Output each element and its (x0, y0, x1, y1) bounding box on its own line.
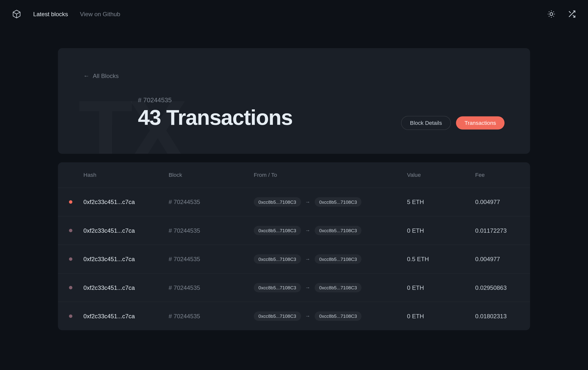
breadcrumb-all-blocks[interactable]: ← All Blocks (84, 72, 119, 79)
status-indicator (58, 229, 83, 232)
table-row[interactable]: 0xf2c33c451...c7ca # 70244535 0xcc8b5...… (58, 217, 530, 245)
tx-fromto: 0xcc8b5...7108C3 → 0xcc8b5...7108C3 (254, 197, 407, 207)
tx-value: 0.5 ETH (407, 256, 475, 263)
to-address[interactable]: 0xcc8b5...7108C3 (315, 254, 362, 264)
tx-hash[interactable]: 0xf2c33c451...c7ca (84, 284, 169, 291)
tx-fromto: 0xcc8b5...7108C3 → 0xcc8b5...7108C3 (254, 311, 407, 321)
logo-icon[interactable] (12, 9, 21, 18)
to-address[interactable]: 0xcc8b5...7108C3 (315, 226, 362, 235)
svg-line-7 (549, 16, 549, 16)
svg-line-4 (553, 16, 554, 16)
hero-content: # 70244535 43 Transactions Block Details… (84, 96, 505, 130)
tx-fee: 0.01172273 (475, 227, 517, 234)
svg-point-0 (550, 13, 553, 15)
tx-fee: 0.01802313 (475, 313, 517, 320)
status-indicator (58, 257, 83, 261)
from-address[interactable]: 0xcc8b5...7108C3 (254, 226, 301, 235)
from-address[interactable]: 0xcc8b5...7108C3 (254, 254, 301, 264)
tx-block[interactable]: # 70244535 (169, 284, 254, 291)
nav-links: Latest blocks View on Github (33, 11, 120, 17)
tx-fee: 0.004977 (475, 256, 517, 263)
tx-block[interactable]: # 70244535 (169, 199, 254, 205)
hero-text: # 70244535 43 Transactions (138, 96, 293, 130)
arrow-right-icon: → (305, 313, 310, 319)
tx-value: 0 ETH (407, 284, 475, 291)
status-dot-icon (69, 229, 73, 232)
svg-line-8 (553, 11, 554, 12)
tx-hash[interactable]: 0xf2c33c451...c7ca (84, 199, 169, 205)
status-dot-icon (69, 200, 73, 204)
tx-hash[interactable]: 0xf2c33c451...c7ca (84, 227, 169, 234)
table-row[interactable]: 0xf2c33c451...c7ca # 70244535 0xcc8b5...… (58, 274, 530, 302)
shuffle-icon[interactable] (567, 10, 576, 18)
th-fee: Fee (475, 172, 517, 178)
th-value: Value (407, 172, 475, 178)
to-address[interactable]: 0xcc8b5...7108C3 (315, 311, 362, 321)
arrow-left-icon: ← (84, 72, 89, 79)
status-indicator (58, 200, 83, 204)
from-address[interactable]: 0xcc8b5...7108C3 (254, 311, 301, 321)
th-fromto: From / To (254, 172, 407, 178)
transactions-table: Hash Block From / To Value Fee 0xf2c33c4… (58, 162, 530, 330)
svg-line-3 (549, 11, 549, 12)
breadcrumb-label: All Blocks (93, 72, 119, 79)
tx-fee: 0.004977 (475, 199, 517, 205)
tx-block[interactable]: # 70244535 (169, 256, 254, 263)
tx-fee: 0.02950863 (475, 284, 517, 291)
table-row[interactable]: 0xf2c33c451...c7ca # 70244535 0xcc8b5...… (58, 188, 530, 216)
status-indicator (58, 286, 83, 289)
tx-block[interactable]: # 70244535 (169, 313, 254, 320)
tx-hash[interactable]: 0xf2c33c451...c7ca (84, 313, 169, 320)
arrow-right-icon: → (305, 199, 310, 205)
from-address[interactable]: 0xcc8b5...7108C3 (254, 197, 301, 207)
table-body: 0xf2c33c451...c7ca # 70244535 0xcc8b5...… (58, 188, 530, 330)
arrow-right-icon: → (305, 285, 310, 291)
tx-fromto: 0xcc8b5...7108C3 → 0xcc8b5...7108C3 (254, 283, 407, 292)
theme-toggle-icon[interactable] (547, 10, 556, 18)
tx-fromto: 0xcc8b5...7108C3 → 0xcc8b5...7108C3 (254, 254, 407, 264)
nav-latest-blocks[interactable]: Latest blocks (33, 11, 68, 17)
table-row[interactable]: 0xf2c33c451...c7ca # 70244535 0xcc8b5...… (58, 245, 530, 273)
block-number: # 70244535 (138, 96, 293, 104)
arrow-right-icon: → (305, 256, 310, 262)
from-address[interactable]: 0xcc8b5...7108C3 (254, 283, 301, 292)
tx-hash[interactable]: 0xf2c33c451...c7ca (84, 256, 169, 263)
th-block: Block (169, 172, 254, 178)
main-content: ← All Blocks TX # 70244535 43 Transactio… (0, 28, 588, 351)
tx-fromto: 0xcc8b5...7108C3 → 0xcc8b5...7108C3 (254, 226, 407, 235)
app-header: Latest blocks View on Github (0, 0, 588, 28)
transactions-button[interactable]: Transactions (456, 116, 504, 129)
tx-block[interactable]: # 70244535 (169, 227, 254, 234)
hero-actions: Block Details Transactions (401, 116, 504, 130)
status-dot-icon (69, 286, 73, 289)
status-dot-icon (69, 314, 73, 318)
nav-view-github[interactable]: View on Github (80, 11, 120, 17)
status-dot-icon (69, 257, 73, 261)
table-header: Hash Block From / To Value Fee (58, 162, 530, 188)
block-details-button[interactable]: Block Details (401, 116, 451, 130)
arrow-right-icon: → (305, 228, 310, 233)
tx-value: 0 ETH (407, 227, 475, 234)
status-indicator (58, 314, 83, 318)
header-right (547, 10, 576, 18)
table-row[interactable]: 0xf2c33c451...c7ca # 70244535 0xcc8b5...… (58, 302, 530, 330)
th-hash: Hash (84, 172, 169, 178)
hero-card: ← All Blocks TX # 70244535 43 Transactio… (58, 48, 530, 154)
to-address[interactable]: 0xcc8b5...7108C3 (315, 283, 362, 292)
svg-line-11 (569, 11, 571, 13)
tx-value: 5 ETH (407, 199, 475, 205)
header-left: Latest blocks View on Github (12, 9, 120, 18)
to-address[interactable]: 0xcc8b5...7108C3 (315, 197, 362, 207)
tx-value: 0 ETH (407, 313, 475, 320)
page-title: 43 Transactions (138, 105, 293, 130)
